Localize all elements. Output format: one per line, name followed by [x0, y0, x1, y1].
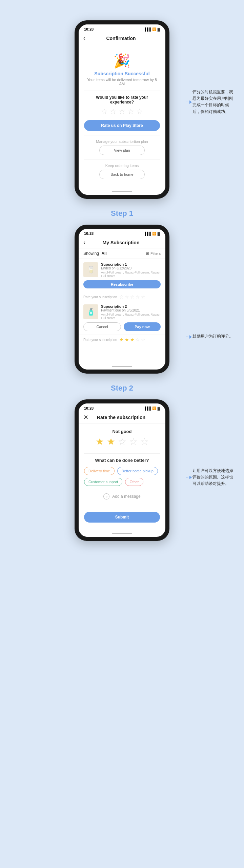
sub2-items: Amul-Full cream, Ragaz-Full cream, Ragaz…	[101, 313, 161, 320]
annotation-3: 让用户可以方便地选择评价的的原因。这样也可以帮助谈对提升。	[192, 467, 237, 487]
divider-1	[84, 91, 160, 91]
home-indicator-2	[79, 364, 165, 370]
tag-delivery[interactable]: Delivery time	[84, 467, 115, 475]
sub1-image: 🥛	[83, 262, 98, 277]
bs-4[interactable]: ☆	[129, 436, 138, 447]
nav-title-2: My Subscription	[88, 240, 154, 245]
message-icon: ○	[103, 493, 109, 499]
annotation-1: 评分的时机很重要，我忍为最好实在用户刚刚完成一个目标的时候后，例如订购成功。	[192, 89, 237, 115]
annotation-2: 鼓励用户为订购评分。	[192, 333, 237, 340]
signal-icon-2: ▐▐▐	[143, 232, 150, 235]
wifi-icon-2: 🛜	[152, 232, 156, 235]
rate-row-1: Rate your subscription ☆ ☆ ☆ ☆ ☆	[79, 292, 165, 301]
tag-bottle[interactable]: Better bottle pickup	[117, 467, 158, 475]
time-3: 10:28	[84, 406, 94, 410]
sub2-name: Supscription 2	[101, 304, 161, 308]
rate-playstore-button[interactable]: Rate us on Play Store	[84, 120, 160, 131]
star-5[interactable]: ☆	[136, 107, 143, 116]
bs-5[interactable]: ☆	[140, 436, 149, 447]
sub2-actions: Cancel Pay now	[83, 322, 161, 331]
rs2-4[interactable]: ☆	[136, 337, 140, 342]
sub1-status: Ended on 3/12/2020	[101, 266, 161, 270]
submit-button[interactable]: Submit	[84, 512, 160, 523]
divider-2	[84, 135, 160, 135]
rate-question: Would you like to rate your experience?	[84, 95, 160, 105]
divider-s3	[84, 453, 160, 454]
nav-bar-2: ‹ My Subscription	[79, 237, 165, 248]
rs1-4[interactable]: ☆	[136, 294, 140, 300]
success-title: Subscription Successful	[84, 71, 160, 76]
status-bar-3: 10:28 ▐▐▐ 🛜 ▓	[79, 403, 165, 412]
battery-icon-3: ▓	[158, 407, 160, 410]
divider-3	[84, 159, 160, 159]
battery-icon: ▓	[158, 27, 160, 31]
home-indicator-3	[79, 531, 165, 537]
tag-other[interactable]: Other	[125, 478, 143, 486]
cancel-button[interactable]: Cancel	[83, 322, 121, 331]
bs-3[interactable]: ☆	[118, 436, 126, 447]
subscription-card-2: 🧴 Supscription 2 Payment due on 6/3/2021…	[79, 301, 165, 335]
star-1[interactable]: ☆	[101, 107, 108, 116]
filter-icon: ⊞	[146, 251, 149, 256]
step2-label: Step 2	[0, 377, 244, 396]
rs2-3[interactable]: ★	[130, 337, 135, 342]
nav-bar-1: ‹ Confirmation	[79, 33, 165, 44]
sub1-info: Supscription 1 Ended on 3/12/2020 Amul-F…	[101, 262, 161, 278]
phone-frame-1: 10:28 ▐▐▐ 🛜 ▓ ‹ Confirmation 🎉 Subscript…	[75, 20, 169, 199]
sub2-status: Payment due on 6/3/2021	[101, 308, 161, 312]
add-message[interactable]: ○ Add a message	[84, 489, 160, 506]
phone-screen-1: 10:28 ▐▐▐ 🛜 ▓ ‹ Confirmation 🎉 Subscript…	[79, 24, 165, 195]
phone-frame-3: 10:28 ▐▐▐ 🛜 ▓ ✕ Rate the subscription No…	[75, 399, 169, 541]
rs1-2[interactable]: ☆	[125, 294, 129, 300]
bs-2[interactable]: ★	[107, 436, 115, 447]
party-icon: 🎉	[84, 50, 160, 71]
resubscribe-button[interactable]: Resubscribe	[83, 280, 161, 288]
sub1-items: Amul-Full cream, Ragaz-Full cream, Ragaz…	[101, 271, 161, 278]
view-plan-button[interactable]: View plan	[99, 146, 145, 155]
rs1-3[interactable]: ☆	[130, 294, 135, 300]
rate-row-2: Rate your subscription ★ ★ ★ ☆ ☆	[79, 335, 165, 344]
home-indicator-1	[79, 189, 165, 195]
rs2-2[interactable]: ★	[125, 337, 129, 342]
rate-stars-2[interactable]: ★ ★ ★ ☆ ☆	[119, 337, 145, 342]
add-message-label: Add a message	[112, 494, 140, 499]
star-4[interactable]: ☆	[127, 107, 134, 116]
status-icons-3: ▐▐▐ 🛜 ▓	[143, 407, 160, 410]
showing-label: Showing All	[83, 251, 107, 256]
rs1-1[interactable]: ☆	[119, 294, 124, 300]
back-home-button[interactable]: Back to home	[99, 170, 145, 179]
phone-screen-2: 10:28 ▐▐▐ 🛜 ▓ ‹ My Subscription Showing …	[79, 229, 165, 370]
showing-value: All	[101, 251, 106, 256]
battery-icon-2: ▓	[158, 232, 160, 235]
stars-row-1[interactable]: ☆ ☆ ☆ ☆ ☆	[84, 107, 160, 116]
big-stars[interactable]: ★ ★ ☆ ☆ ☆	[84, 436, 160, 447]
pay-now-button[interactable]: Pay now	[124, 322, 161, 331]
back-button-1[interactable]: ‹	[83, 35, 85, 42]
wifi-icon: 🛜	[152, 27, 156, 31]
star-3[interactable]: ☆	[119, 107, 125, 116]
what-better-label: What can be done better?	[84, 458, 160, 463]
nav-title-1: Confirmation	[88, 36, 154, 41]
screen3-content: Not good ★ ★ ☆ ☆ ☆ What can be done bett…	[79, 423, 165, 531]
phone-screen-3: 10:28 ▐▐▐ 🛜 ▓ ✕ Rate the subscription No…	[79, 403, 165, 537]
rs2-5[interactable]: ☆	[141, 337, 145, 342]
rs2-1[interactable]: ★	[119, 337, 124, 342]
signal-icon: ▐▐▐	[143, 27, 150, 31]
rate-stars-1[interactable]: ☆ ☆ ☆ ☆ ☆	[119, 294, 145, 300]
bs-1[interactable]: ★	[96, 436, 104, 447]
back-button-2[interactable]: ‹	[83, 239, 85, 246]
tags-row: Delivery time Better bottle pickup	[84, 467, 160, 475]
rate-label-2: Rate your subscription	[83, 338, 117, 342]
status-icons-1: ▐▐▐ 🛜 ▓	[143, 27, 160, 31]
wifi-icon-3: 🛜	[152, 407, 156, 410]
keep-order-label: Keep ordering items	[84, 164, 160, 168]
filters-button[interactable]: ⊞ Filters	[146, 251, 161, 256]
star-2[interactable]: ☆	[110, 107, 117, 116]
step1-label: Step 1	[0, 202, 244, 221]
phone-frame-2: 10:28 ▐▐▐ 🛜 ▓ ‹ My Subscription Showing …	[75, 225, 169, 374]
rs1-5[interactable]: ☆	[141, 294, 145, 300]
tag-support[interactable]: Customer support	[84, 478, 122, 486]
sub1-name: Supscription 1	[101, 262, 161, 266]
close-button-3[interactable]: ✕	[83, 414, 88, 421]
subscription-card-1: 🥛 Supscription 1 Ended on 3/12/2020 Amul…	[79, 259, 165, 292]
